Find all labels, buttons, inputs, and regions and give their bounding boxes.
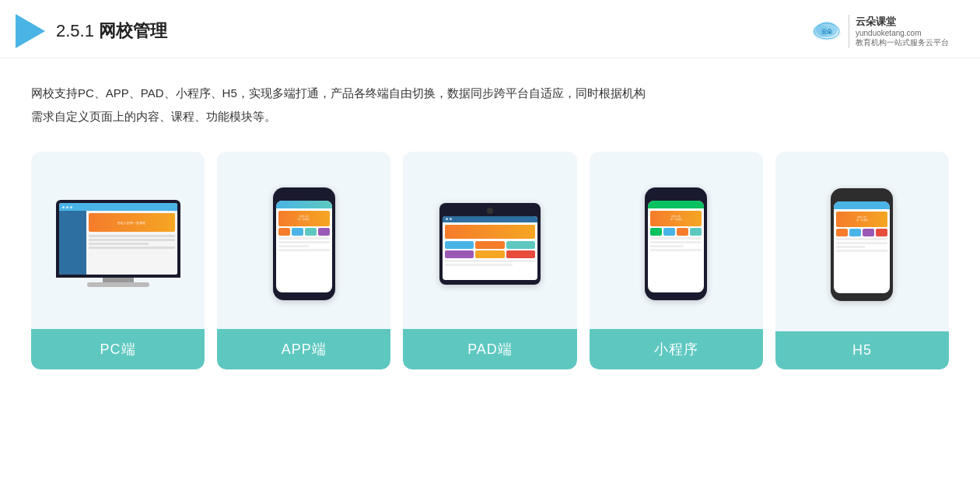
phone-banner-text-h5: 创造人的第一堂课程 [856, 216, 868, 222]
brand-tagline: 教育机构一站式服务云平台 [856, 37, 949, 48]
phone-icon-m1 [650, 228, 662, 236]
tablet-dot-2 [450, 218, 452, 220]
phone-screen-app: 创造人的第一堂课程 [276, 201, 332, 292]
phone-icon-h3 [863, 229, 874, 236]
tablet-cell-3 [506, 241, 535, 249]
h5-row-1 [836, 238, 887, 240]
tablet-mockup [439, 203, 541, 285]
mini-row-3 [650, 245, 684, 247]
tablet-dot-1 [446, 218, 448, 220]
brand-name: 云朵课堂 [856, 15, 949, 29]
mini-row-4 [650, 249, 702, 251]
pc-row-2 [89, 239, 175, 241]
pc-dot-2 [66, 206, 68, 208]
phone-icon-h1 [836, 229, 848, 236]
description-line2: 需求自定义页面上的内容、课程、功能模块等。 [31, 105, 949, 128]
tablet-row-2 [445, 264, 513, 266]
phone-icon-4 [318, 228, 330, 236]
h5-row-2 [836, 242, 887, 244]
tablet-screen [443, 216, 537, 280]
device-card-pad: PAD端 [403, 152, 576, 369]
pc-screen-header [59, 203, 177, 211]
phone-screen-header-app [276, 201, 332, 208]
page-title: 2.5.1 网校管理 [56, 19, 167, 43]
header-left: 2.5.1 网校管理 [16, 14, 167, 48]
device-card-pc: 创造人的第一堂课程 [31, 152, 205, 369]
pc-row-1 [89, 235, 175, 237]
mini-row-1 [650, 237, 702, 240]
brand-domain: yunduoketang.com [856, 29, 949, 37]
tablet-cell-5 [475, 250, 504, 258]
phone-icon-h2 [849, 229, 861, 236]
pad-image-area [415, 167, 564, 329]
pc-mockup: 创造人的第一堂课程 [56, 200, 180, 287]
h5-row-4 [836, 250, 887, 252]
phone-icon-2 [292, 228, 303, 236]
pc-content-rows [86, 233, 177, 250]
pc-dot-3 [70, 206, 72, 208]
phone-row-1-app [278, 237, 330, 240]
pc-screen-content: 创造人的第一堂课程 [59, 211, 177, 275]
h5-image-area: 创造人的第一堂课程 [788, 167, 936, 331]
pc-label: PC端 [31, 329, 205, 369]
phone-icon-grid-app [278, 228, 330, 236]
mini-row-2 [650, 241, 702, 243]
phone-icon-grid-mini [650, 228, 702, 236]
main-content: 网校支持PC、APP、PAD、小程序、H5，实现多端打通，产品各终端自由切换，数… [0, 58, 980, 490]
h5-label: H5 [775, 331, 949, 369]
phone-notch-app [295, 194, 313, 198]
mini-screen-header [648, 201, 704, 208]
tablet-cell-2 [475, 241, 504, 249]
tablet-cell-1 [445, 241, 474, 249]
phone-icon-h4 [876, 229, 887, 236]
pc-main-mock: 创造人的第一堂课程 [86, 211, 177, 275]
pc-dot-1 [62, 206, 65, 208]
mini-image-area: 创造人的第一堂课程 [602, 167, 751, 329]
pc-screen-wrap: 创造人的第一堂课程 [56, 200, 180, 278]
device-cards-container: 创造人的第一堂课程 [31, 152, 949, 369]
tablet-grid [445, 241, 535, 258]
tablet-screen-content [443, 222, 537, 270]
phone-notch-mini [667, 194, 685, 198]
phone-row-4-app [278, 249, 330, 251]
pc-sidebar-mock [59, 211, 86, 275]
pc-row-3 [89, 243, 149, 245]
svg-text:云朵: 云朵 [821, 29, 833, 34]
pc-base [87, 282, 149, 287]
logo-triangle-icon [16, 14, 45, 48]
phone-row-2-app [278, 241, 330, 243]
phone-mockup-app: 创造人的第一堂课程 [273, 187, 335, 300]
h5-screen: 创造人的第一堂课程 [834, 201, 890, 293]
pc-screen-inner: 创造人的第一堂课程 [59, 203, 177, 275]
device-card-miniprogram: 创造人的第一堂课程 [590, 152, 763, 369]
tablet-home-btn [487, 208, 493, 214]
tablet-cell-4 [445, 250, 474, 258]
description-line1: 网校支持PC、APP、PAD、小程序、H5，实现多端打通，产品各终端自由切换，数… [31, 82, 949, 105]
phone-banner-mini: 创造人的第一堂课程 [650, 211, 702, 226]
device-card-app: 创造人的第一堂课程 [217, 152, 390, 369]
mini-screen: 创造人的第一堂课程 [648, 201, 704, 292]
tablet-banner [445, 225, 535, 239]
brand-text: 云朵课堂 yunduoketang.com 教育机构一站式服务云平台 [849, 15, 949, 48]
phone-icon-m4 [690, 228, 702, 236]
phone-banner-app: 创造人的第一堂课程 [278, 211, 330, 226]
tablet-cell-6 [506, 250, 535, 258]
phone-icon-1 [278, 228, 290, 236]
mini-program-mockup: 创造人的第一堂课程 [645, 187, 707, 300]
cloud-icon: 云朵 [810, 19, 844, 44]
phone-icon-grid-h5 [836, 229, 887, 236]
pad-label: PAD端 [403, 329, 576, 369]
phone-banner-h5: 创造人的第一堂课程 [836, 212, 887, 227]
header-right: 云朵 云朵课堂 yunduoketang.com 教育机构一站式服务云平台 [810, 15, 949, 48]
pc-banner: 创造人的第一堂课程 [89, 213, 175, 232]
pc-image-area: 创造人的第一堂课程 [44, 167, 192, 329]
phone-row-3-app [278, 245, 310, 247]
header: 2.5.1 网校管理 云朵 云朵课堂 yunduoketang.com [0, 0, 980, 58]
h5-mockup: 创造人的第一堂课程 [831, 188, 893, 301]
h5-screen-content: 创造人的第一堂课程 [834, 209, 890, 256]
tablet-row-1 [445, 260, 535, 262]
phone-icon-m3 [677, 228, 688, 236]
phone-screen-content-app: 创造人的第一堂课程 [276, 208, 332, 255]
phone-banner-text-app: 创造人的第一堂课程 [298, 215, 310, 221]
device-card-h5: 创造人的第一堂课程 [775, 152, 949, 369]
